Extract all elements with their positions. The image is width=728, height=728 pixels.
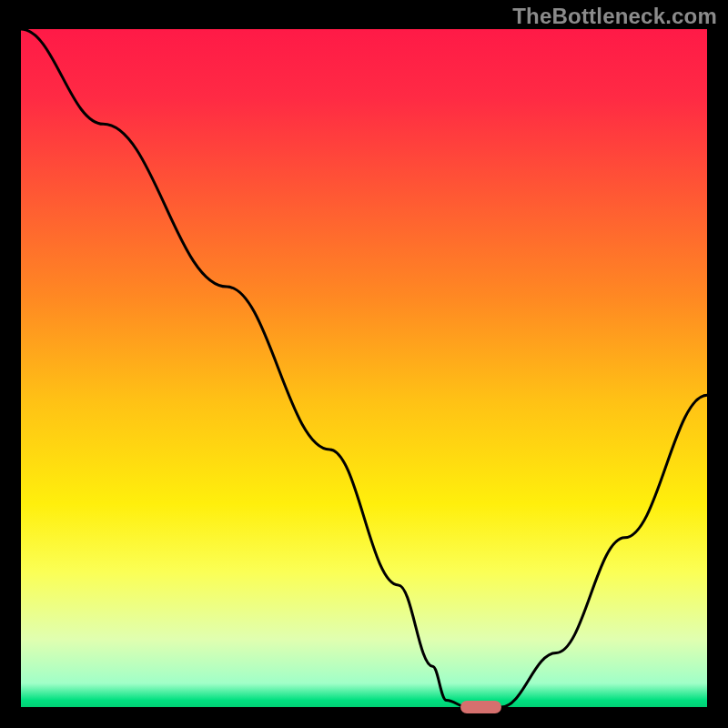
plot-area [21,29,707,707]
optimal-marker [460,701,501,713]
watermark-text: TheBottleneck.com [512,4,717,29]
bottleneck-curve [21,29,707,707]
chart-frame: TheBottleneck.com [0,0,728,728]
